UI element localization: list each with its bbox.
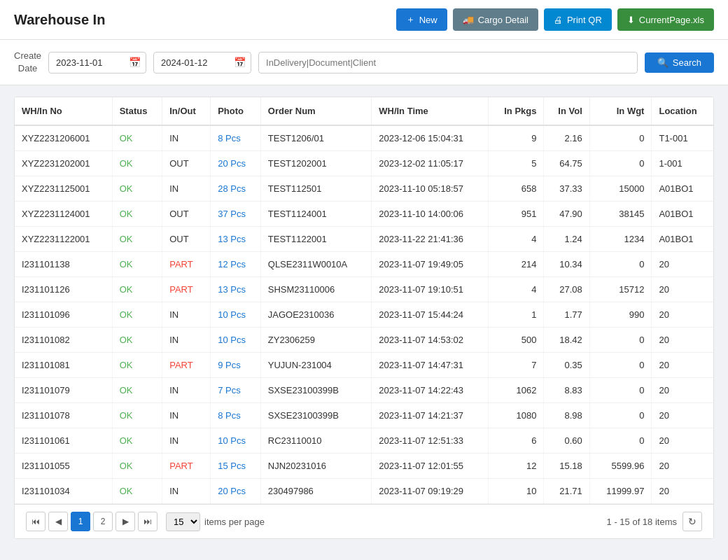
table-row: I231101096 OK IN 10 Pcs JAGOE2310036 202… <box>15 302 713 328</box>
create-date-label: CreateDate <box>14 50 41 75</box>
cell-wh-in-no: I231101126 <box>15 277 112 302</box>
pagination-bar: ⏮ ◀ 1 2 ▶ ⏭ 15 25 50 items per page 1 - … <box>15 504 713 538</box>
cell-in-out: PART <box>162 277 211 302</box>
search-button[interactable]: 🔍 Search <box>645 52 714 73</box>
cell-photo[interactable]: 12 Pcs <box>211 252 261 277</box>
first-page-button[interactable]: ⏮ <box>26 512 46 531</box>
cell-in-wgt: 1234 <box>589 227 652 252</box>
cell-in-vol: 47.90 <box>544 202 589 227</box>
cell-in-wgt: 0 <box>589 378 652 403</box>
table-row: XYZ2231122001 OK OUT 13 Pcs TEST1122001 … <box>15 227 713 252</box>
table-row: I231101034 OK IN 20 Pcs 230497986 2023-1… <box>15 479 713 504</box>
cell-location: A01BO1 <box>652 202 713 227</box>
col-wh-in-time: WH/In Time <box>372 97 489 125</box>
cell-photo[interactable]: 10 Pcs <box>211 428 261 454</box>
cell-photo[interactable]: 20 Pcs <box>211 151 261 176</box>
cell-in-vol: 37.33 <box>544 176 589 202</box>
cell-status: OK <box>112 151 162 176</box>
cell-photo[interactable]: 28 Pcs <box>211 176 261 202</box>
cargo-detail-button[interactable]: 🚚 Cargo Detail <box>453 8 538 31</box>
cell-order-num: TEST1206/01 <box>260 125 371 151</box>
cell-wh-in-no: I231101055 <box>15 454 112 479</box>
header-bar: Warehouse In ＋ New 🚚 Cargo Detail 🖨 Prin… <box>0 0 728 40</box>
cell-in-pkgs: 7 <box>489 353 544 378</box>
cell-order-num: TEST1122001 <box>260 227 371 252</box>
cell-order-num: SXSE23100399B <box>260 378 371 403</box>
cell-wh-in-time: 2023-11-07 19:49:05 <box>372 252 489 277</box>
cell-wh-in-no: XYZ2231124001 <box>15 202 112 227</box>
pagination-info-text: 1 - 15 of 18 items <box>607 517 677 527</box>
cell-order-num: TEST1202001 <box>260 151 371 176</box>
cell-status: OK <box>112 378 162 403</box>
table-row: I231101078 OK IN 8 Pcs SXSE23100399B 202… <box>15 403 713 428</box>
date-to-input[interactable] <box>153 52 251 74</box>
new-button[interactable]: ＋ New <box>396 8 447 31</box>
cell-location: 20 <box>652 353 713 378</box>
col-wh-in-no: WH/In No <box>15 97 112 125</box>
table-row: I231101079 OK IN 7 Pcs SXSE23100399B 202… <box>15 378 713 403</box>
cell-photo[interactable]: 7 Pcs <box>211 378 261 403</box>
cell-photo[interactable]: 13 Pcs <box>211 227 261 252</box>
prev-page-button[interactable]: ◀ <box>48 512 68 531</box>
cell-photo[interactable]: 10 Pcs <box>211 302 261 328</box>
next-page-button[interactable]: ▶ <box>115 512 135 531</box>
cell-in-out: IN <box>162 403 211 428</box>
cell-in-out: PART <box>162 353 211 378</box>
cell-in-out: IN <box>162 125 211 151</box>
cell-photo[interactable]: 20 Pcs <box>211 479 261 504</box>
cell-status: OK <box>112 454 162 479</box>
cell-in-vol: 8.83 <box>544 378 589 403</box>
col-in-out: In/Out <box>162 97 211 125</box>
plus-icon: ＋ <box>406 13 415 26</box>
cell-wh-in-no: I231101034 <box>15 479 112 504</box>
search-text-input[interactable] <box>258 52 638 74</box>
cell-location: A01BO1 <box>652 227 713 252</box>
cell-wh-in-no: I231101061 <box>15 428 112 454</box>
print-qr-button[interactable]: 🖨 Print QR <box>544 8 612 31</box>
cell-in-pkgs: 4 <box>489 227 544 252</box>
cell-photo[interactable]: 15 Pcs <box>211 454 261 479</box>
cell-photo[interactable]: 10 Pcs <box>211 328 261 353</box>
cell-status: OK <box>112 125 162 151</box>
cell-wh-in-no: I231101082 <box>15 328 112 353</box>
cell-location: 20 <box>652 302 713 328</box>
cell-in-vol: 2.16 <box>544 125 589 151</box>
cell-in-vol: 15.18 <box>544 454 589 479</box>
pagination-info: 1 - 15 of 18 items ↻ <box>607 512 702 531</box>
cell-wh-in-time: 2023-11-07 12:01:55 <box>372 454 489 479</box>
col-in-wgt: In Wgt <box>589 97 652 125</box>
export-xls-button[interactable]: ⬇ CurrentPage.xls <box>617 8 714 31</box>
refresh-button[interactable]: ↻ <box>682 512 702 531</box>
cell-order-num: QLSE2311W0010A <box>260 252 371 277</box>
page-title: Warehouse In <box>14 12 105 28</box>
cell-photo[interactable]: 8 Pcs <box>211 125 261 151</box>
search-icon: 🔍 <box>657 57 668 68</box>
last-page-button[interactable]: ⏭ <box>138 512 158 531</box>
items-per-page-select[interactable]: 15 25 50 <box>166 512 200 531</box>
cell-in-out: IN <box>162 328 211 353</box>
page-2-button[interactable]: 2 <box>93 512 113 531</box>
col-photo: Photo <box>211 97 261 125</box>
cell-photo[interactable]: 37 Pcs <box>211 202 261 227</box>
cell-status: OK <box>112 302 162 328</box>
cell-photo[interactable]: 9 Pcs <box>211 353 261 378</box>
cell-order-num: TEST1124001 <box>260 202 371 227</box>
items-per-page-wrap: 15 25 50 items per page <box>166 512 265 531</box>
cell-in-vol: 1.77 <box>544 302 589 328</box>
col-location: Location <box>652 97 713 125</box>
cell-location: 1-001 <box>652 151 713 176</box>
table-row: XYZ2231125001 OK IN 28 Pcs TEST112501 20… <box>15 176 713 202</box>
cell-in-out: OUT <box>162 151 211 176</box>
cell-photo[interactable]: 13 Pcs <box>211 277 261 302</box>
date-from-input[interactable] <box>48 52 146 74</box>
cell-in-pkgs: 500 <box>489 328 544 353</box>
cell-in-wgt: 15712 <box>589 277 652 302</box>
cell-wh-in-time: 2023-11-07 14:21:37 <box>372 403 489 428</box>
page-1-button[interactable]: 1 <box>71 512 90 531</box>
cell-in-vol: 10.34 <box>544 252 589 277</box>
cell-status: OK <box>112 277 162 302</box>
main-content: WH/In No Status In/Out Photo Order Num W… <box>0 85 728 550</box>
cell-photo[interactable]: 8 Pcs <box>211 403 261 428</box>
cell-wh-in-time: 2023-12-02 11:05:17 <box>372 151 489 176</box>
cell-in-wgt: 11999.97 <box>589 479 652 504</box>
